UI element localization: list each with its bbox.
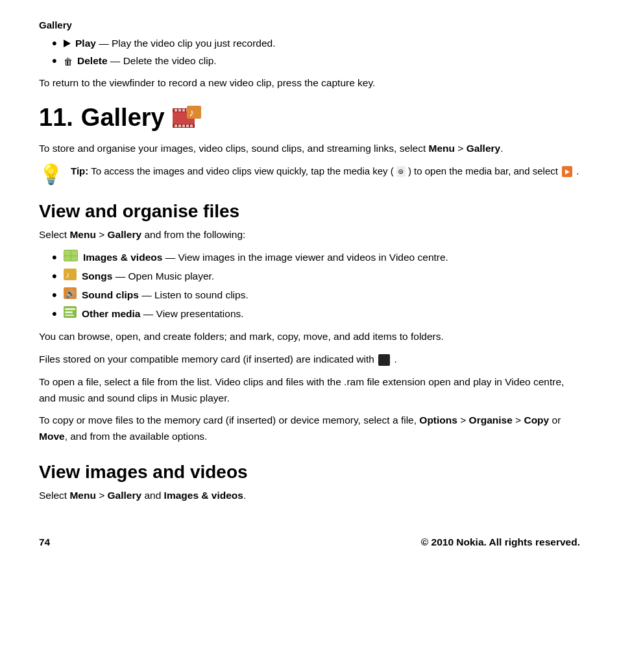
vo-para2: Files stored on your compatible memory c… bbox=[39, 352, 580, 368]
sound-clips-icon: 🔊 bbox=[64, 287, 77, 303]
bullet-sound-clips: • 🔊 Sound clips — Listen to sound clips. bbox=[52, 287, 580, 304]
svg-rect-10 bbox=[182, 125, 185, 127]
bullet-play: • Play — Play the video clip you just re… bbox=[52, 36, 580, 51]
delete-text: — Delete the video clip. bbox=[110, 55, 217, 66]
sc-bold: Sound clips bbox=[82, 289, 139, 300]
vo-sep2: > bbox=[513, 414, 524, 426]
svg-rect-8 bbox=[175, 125, 177, 127]
view-organise-bullet-list: • Images & videos — View images in the i… bbox=[52, 250, 580, 322]
svg-rect-18 bbox=[64, 250, 71, 256]
vo-intro-end: and from the following: bbox=[141, 229, 245, 240]
vi-sep1: > bbox=[96, 490, 108, 501]
svg-rect-3 bbox=[178, 109, 181, 112]
tip-media-key-symbol: ⊙ bbox=[396, 166, 406, 177]
vo-para4-start: To copy or move files to the memory card… bbox=[39, 414, 419, 426]
vo-para4-end: , and from the available options. bbox=[65, 431, 208, 442]
vo-gallery-bold: Gallery bbox=[108, 229, 142, 240]
svg-rect-9 bbox=[178, 125, 181, 127]
songs-text: — Open Music player. bbox=[112, 270, 214, 282]
vo-para4: To copy or move files to the memory card… bbox=[39, 413, 580, 445]
bullet-other-media: • Other media — View presentations. bbox=[52, 306, 580, 322]
page-number: 74 bbox=[39, 536, 50, 548]
memory-card-icon bbox=[378, 354, 390, 366]
view-images-heading: View images and videos bbox=[39, 462, 580, 483]
view-organise-heading: View and organise files bbox=[39, 201, 580, 222]
delete-icon: 🗑 bbox=[64, 55, 73, 69]
svg-text:♪: ♪ bbox=[189, 107, 194, 118]
vo-or: or bbox=[549, 414, 561, 426]
play-icon bbox=[64, 40, 71, 47]
top-note: To return to the viewfinder to record a … bbox=[39, 75, 580, 91]
bullet-dot-play: • bbox=[52, 36, 57, 51]
vi-menu-bold: Menu bbox=[69, 490, 95, 501]
svg-text:♪: ♪ bbox=[66, 270, 70, 280]
vi-gallery-bold: Gallery bbox=[108, 490, 142, 501]
chapter-intro-text: To store and organise your images, video… bbox=[39, 143, 429, 154]
vo-para2-start: Files stored on your compatible memory c… bbox=[39, 354, 377, 365]
vo-copy-bold: Copy bbox=[524, 414, 549, 426]
bullet-delete-content: 🗑 Delete — Delete the video clip. bbox=[64, 53, 580, 68]
svg-rect-29 bbox=[65, 315, 74, 316]
bullet-iv-content: Images & videos — View images in the ima… bbox=[64, 250, 580, 266]
svg-rect-11 bbox=[186, 125, 189, 127]
tip-label: Tip: bbox=[71, 165, 88, 176]
top-bullet-list: • Play — Play the video clip you just re… bbox=[52, 36, 580, 69]
play-text: — Play the video clip you just recorded. bbox=[99, 38, 275, 49]
bullet-delete: • 🗑 Delete — Delete the video clip. bbox=[52, 53, 580, 68]
tip-box: 💡 Tip: To access the images and video cl… bbox=[39, 163, 580, 184]
copyright: © 2010 Nokia. All rights reserved. bbox=[421, 536, 580, 548]
other-media-icon bbox=[64, 306, 77, 322]
svg-text:🔊: 🔊 bbox=[66, 289, 75, 298]
delete-label: Delete bbox=[77, 55, 108, 66]
vo-sep1: > bbox=[457, 414, 469, 426]
bullet-songs: • ♪ Songs — Open Music player. bbox=[52, 269, 580, 285]
vo-sep1: > bbox=[96, 229, 108, 240]
vo-options-bold: Options bbox=[419, 414, 457, 426]
chapter-gallery-bold: Gallery bbox=[467, 143, 501, 154]
vo-move-bold: Move bbox=[39, 431, 65, 442]
vo-para2-end: . bbox=[394, 354, 397, 365]
vo-intro-start: Select bbox=[39, 229, 69, 240]
tip-text-part1: To access the images and video clips vie… bbox=[91, 165, 394, 176]
bullet-dot-om: • bbox=[52, 307, 57, 321]
om-bold: Other media bbox=[82, 308, 140, 319]
svg-rect-27 bbox=[65, 308, 75, 310]
sc-text: — Listen to sound clips. bbox=[139, 289, 249, 300]
bullet-images-videos: • Images & videos — View images in the i… bbox=[52, 250, 580, 266]
vi-end: . bbox=[243, 490, 246, 501]
tip-period: . bbox=[576, 165, 579, 176]
vo-menu-bold: Menu bbox=[69, 229, 95, 240]
svg-rect-4 bbox=[182, 109, 185, 112]
view-images-intro: Select Menu > Gallery and Images & video… bbox=[39, 488, 580, 504]
iv-text: — View images in the image viewer and vi… bbox=[162, 252, 448, 263]
svg-rect-12 bbox=[190, 125, 193, 127]
tip-text-container: Tip: To access the images and video clip… bbox=[71, 163, 579, 178]
songs-bold: Songs bbox=[82, 270, 112, 282]
vo-para1: You can browse, open, and create folders… bbox=[39, 329, 580, 345]
bullet-dot-delete: • bbox=[52, 54, 57, 68]
vo-para3: To open a file, select a file from the l… bbox=[39, 374, 580, 407]
bullet-dot-songs: • bbox=[52, 269, 57, 283]
footer: 74 © 2010 Nokia. All rights reserved. bbox=[39, 530, 580, 548]
svg-rect-19 bbox=[71, 250, 77, 256]
bullet-dot-iv: • bbox=[52, 250, 57, 265]
top-gallery-label: Gallery bbox=[39, 19, 580, 30]
view-organise-intro: Select Menu > Gallery and from the follo… bbox=[39, 227, 580, 243]
play-label: Play bbox=[75, 38, 96, 49]
chapter-menu-bold: Menu bbox=[429, 143, 455, 154]
bullet-sc-content: 🔊 Sound clips — Listen to sound clips. bbox=[64, 287, 580, 304]
svg-rect-2 bbox=[175, 109, 177, 112]
bullet-dot-sc: • bbox=[52, 288, 57, 302]
svg-rect-21 bbox=[71, 256, 77, 261]
om-text: — View presentations. bbox=[140, 308, 243, 319]
tip-text-part2: ) to open the media bar, and select bbox=[408, 165, 561, 176]
chapter-heading: 11. Gallery ♪ bbox=[39, 104, 580, 132]
bullet-songs-content: ♪ Songs — Open Music player. bbox=[64, 269, 580, 285]
images-videos-icon bbox=[64, 250, 78, 265]
chapter-intro-end: . bbox=[500, 143, 503, 154]
tip-media-small-icon bbox=[562, 166, 572, 176]
vo-organise-bold: Organise bbox=[469, 414, 513, 426]
chapter-intro-para: To store and organise your images, video… bbox=[39, 141, 580, 157]
chapter-number: 11. bbox=[39, 104, 73, 132]
tip-bulb-icon: 💡 bbox=[39, 165, 63, 184]
